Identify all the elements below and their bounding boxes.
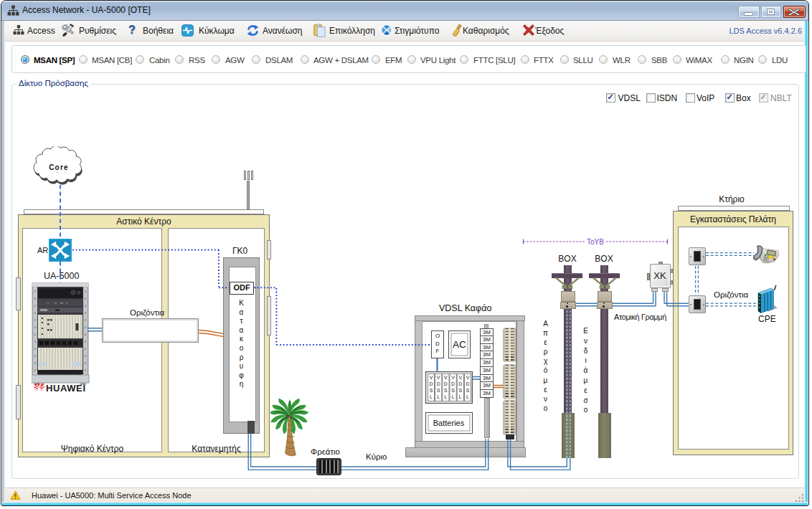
svg-text:V: V xyxy=(451,375,455,380)
svg-text:D: D xyxy=(458,381,462,386)
svg-text:D: D xyxy=(466,381,469,386)
svg-text:S: S xyxy=(444,388,448,393)
svg-text:S: S xyxy=(466,388,469,393)
svg-text:L: L xyxy=(458,394,461,399)
svg-text:D: D xyxy=(443,381,447,386)
svg-text:L: L xyxy=(430,394,433,399)
svg-text:L: L xyxy=(444,394,447,399)
svg-text:D: D xyxy=(429,381,433,386)
svg-text:L: L xyxy=(466,394,469,399)
svg-text:V: V xyxy=(458,375,462,380)
svg-text:V: V xyxy=(436,375,440,380)
svg-text:S: S xyxy=(458,388,462,393)
svg-text:D: D xyxy=(436,381,440,386)
svg-text:S: S xyxy=(436,388,440,393)
svg-text:V: V xyxy=(466,375,469,380)
svg-text:D: D xyxy=(451,381,455,386)
svg-text:V: V xyxy=(444,375,448,380)
svg-text:L: L xyxy=(437,394,440,399)
svg-text:Core: Core xyxy=(49,163,69,171)
svg-text:S: S xyxy=(451,388,455,393)
svg-text:V: V xyxy=(429,375,433,380)
svg-text:S: S xyxy=(429,388,433,393)
svg-text:L: L xyxy=(451,394,454,399)
